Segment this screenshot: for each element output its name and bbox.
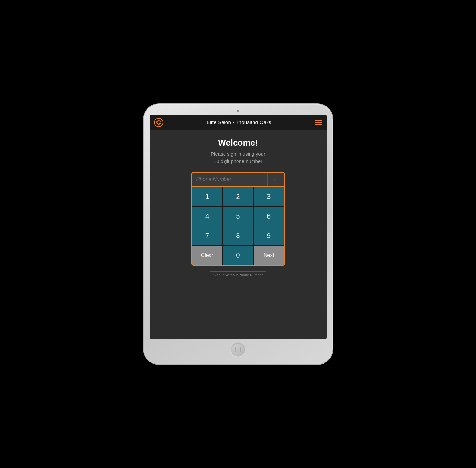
key-8[interactable]: 8 bbox=[223, 226, 253, 246]
menu-line-1 bbox=[315, 120, 322, 121]
phone-number-input[interactable] bbox=[192, 173, 267, 186]
key-3[interactable]: 3 bbox=[253, 187, 284, 206]
key-9[interactable]: 9 bbox=[253, 226, 284, 246]
number-grid: 1 2 3 4 5 6 7 8 9 Clear 0 Nex bbox=[192, 187, 284, 265]
sign-in-without-phone-button[interactable]: Sign In Without Phone Number bbox=[210, 271, 267, 278]
menu-icon[interactable] bbox=[315, 120, 322, 125]
key-5[interactable]: 5 bbox=[223, 206, 253, 226]
svg-point-0 bbox=[154, 118, 163, 127]
backspace-button[interactable]: ← bbox=[267, 173, 284, 186]
home-button-inner bbox=[235, 347, 241, 352]
key-7[interactable]: 7 bbox=[192, 226, 223, 246]
key-4[interactable]: 4 bbox=[192, 206, 223, 226]
menu-line-3 bbox=[315, 124, 322, 125]
clear-button[interactable]: Clear bbox=[192, 246, 223, 265]
top-bar-title: Elite Salon - Thousand Oaks bbox=[207, 120, 271, 125]
main-content: Welcome! Please sign in using your10 dig… bbox=[150, 130, 327, 339]
scene: Elite Salon - Thousand Oaks Welcome! Ple… bbox=[124, 75, 352, 394]
next-button[interactable]: Next bbox=[253, 246, 284, 265]
phone-input-row: ← bbox=[192, 173, 284, 187]
key-1[interactable]: 1 bbox=[192, 187, 223, 206]
ipad-screen: Elite Salon - Thousand Oaks Welcome! Ple… bbox=[150, 115, 327, 339]
top-bar: Elite Salon - Thousand Oaks bbox=[150, 115, 327, 130]
keypad-container: ← 1 2 3 4 5 6 7 8 9 bbox=[191, 172, 285, 266]
ipad-shell: Elite Salon - Thousand Oaks Welcome! Ple… bbox=[144, 104, 333, 364]
menu-line-2 bbox=[315, 122, 322, 123]
app-logo-icon bbox=[154, 118, 163, 127]
key-6[interactable]: 6 bbox=[253, 206, 284, 226]
key-0[interactable]: 0 bbox=[223, 246, 253, 265]
welcome-title: Welcome! bbox=[218, 138, 258, 148]
front-camera bbox=[237, 110, 239, 112]
key-2[interactable]: 2 bbox=[223, 187, 253, 206]
welcome-subtitle: Please sign in using your10 digit phone … bbox=[211, 150, 265, 165]
home-button[interactable] bbox=[231, 342, 245, 357]
